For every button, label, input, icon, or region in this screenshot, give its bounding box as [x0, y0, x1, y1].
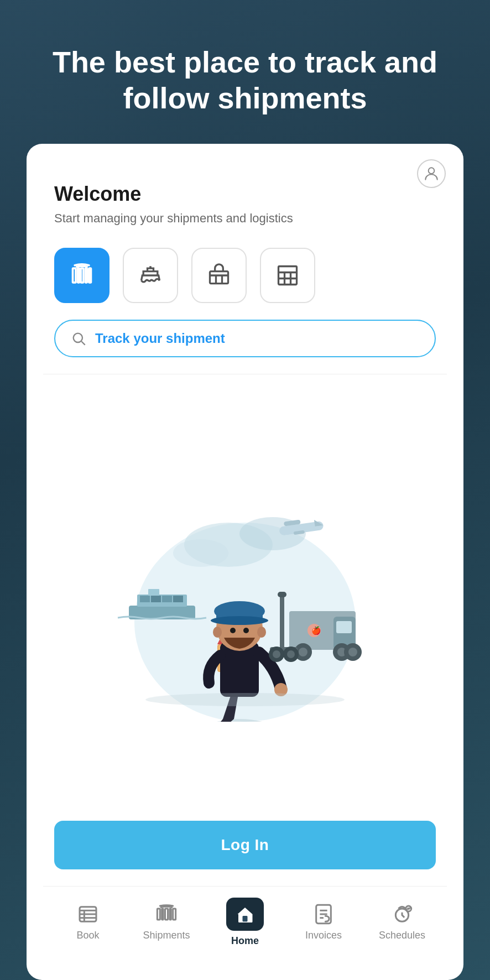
invoices-icon — [312, 903, 335, 925]
bottom-nav: Book Shipments H — [43, 886, 447, 963]
nav-label-home: Home — [231, 935, 259, 947]
profile-icon-button[interactable] — [417, 159, 446, 188]
search-icon — [71, 331, 86, 346]
svg-rect-4 — [85, 268, 87, 283]
svg-rect-7 — [210, 271, 228, 283]
login-button[interactable]: Log In — [54, 821, 436, 869]
ship-button[interactable] — [123, 248, 178, 303]
nav-item-shipments[interactable]: Shipments — [127, 903, 206, 941]
svg-rect-5 — [89, 268, 91, 283]
nav-item-home[interactable]: Home — [206, 898, 284, 947]
svg-rect-62 — [280, 595, 284, 650]
search-placeholder-highlight: shipment — [166, 331, 225, 346]
nav-label-shipments: Shipments — [143, 930, 190, 941]
user-icon — [423, 165, 440, 183]
svg-point-60 — [213, 627, 222, 638]
svg-point-59 — [243, 628, 249, 633]
svg-rect-10 — [279, 266, 297, 284]
welcome-section: Welcome Start managing your shipments an… — [43, 183, 447, 226]
svg-rect-34 — [336, 621, 352, 633]
svg-rect-80 — [243, 916, 248, 922]
svg-rect-28 — [140, 596, 150, 602]
shipments-icon — [155, 903, 178, 925]
svg-text:🍎: 🍎 — [311, 626, 321, 635]
welcome-subtitle: Start managing your shipments and logist… — [54, 211, 436, 226]
svg-rect-77 — [165, 909, 168, 920]
svg-point-57 — [211, 616, 268, 625]
container-icon — [207, 263, 231, 288]
welcome-title: Welcome — [54, 183, 436, 206]
home-icon-wrap — [226, 898, 264, 931]
svg-rect-79 — [173, 909, 176, 920]
svg-point-15 — [74, 333, 82, 342]
nav-item-schedules[interactable]: Schedules — [363, 903, 441, 941]
nav-item-invoices[interactable]: Invoices — [284, 903, 363, 941]
svg-point-58 — [230, 628, 236, 633]
building-button[interactable] — [260, 248, 315, 303]
svg-point-61 — [257, 627, 266, 638]
ship-icon — [138, 263, 163, 288]
svg-point-20 — [173, 539, 228, 567]
svg-rect-78 — [170, 909, 171, 920]
svg-rect-1 — [73, 268, 76, 283]
delivery-illustration: 🍎 — [107, 467, 383, 722]
search-placeholder-static: Track your — [95, 331, 166, 346]
illustration-area: 🍎 — [43, 380, 447, 810]
nav-item-book[interactable]: Book — [49, 903, 127, 941]
search-bar[interactable]: Track your shipment — [54, 320, 436, 357]
building-icon — [275, 263, 300, 288]
svg-point-67 — [287, 650, 295, 658]
book-icon — [77, 903, 99, 925]
barcode-icon — [70, 263, 94, 288]
svg-rect-75 — [157, 909, 160, 920]
svg-point-69 — [145, 693, 345, 706]
barcode-button[interactable] — [54, 248, 110, 303]
home-icon — [235, 904, 255, 924]
svg-rect-2 — [78, 268, 80, 283]
svg-point-36 — [299, 648, 307, 656]
svg-rect-30 — [162, 596, 172, 602]
svg-point-0 — [429, 168, 435, 174]
container-button[interactable] — [191, 248, 247, 303]
main-card: Welcome Start managing your shipments an… — [27, 144, 463, 980]
svg-rect-29 — [151, 596, 161, 602]
nav-label-invoices: Invoices — [305, 930, 342, 941]
svg-line-16 — [81, 341, 85, 345]
svg-rect-76 — [162, 909, 164, 920]
nav-label-schedules: Schedules — [379, 930, 425, 941]
svg-point-65 — [273, 650, 280, 658]
svg-rect-3 — [81, 268, 84, 283]
svg-rect-27 — [148, 589, 159, 596]
action-buttons-row — [54, 248, 436, 303]
schedules-icon — [391, 903, 413, 925]
divider — [43, 374, 447, 374]
nav-label-book: Book — [76, 930, 99, 941]
search-placeholder: Track your shipment — [95, 331, 225, 346]
svg-rect-31 — [173, 596, 183, 602]
hero-text: The best place to track and follow shipm… — [0, 0, 490, 144]
svg-point-40 — [348, 648, 357, 656]
svg-rect-68 — [278, 592, 286, 597]
